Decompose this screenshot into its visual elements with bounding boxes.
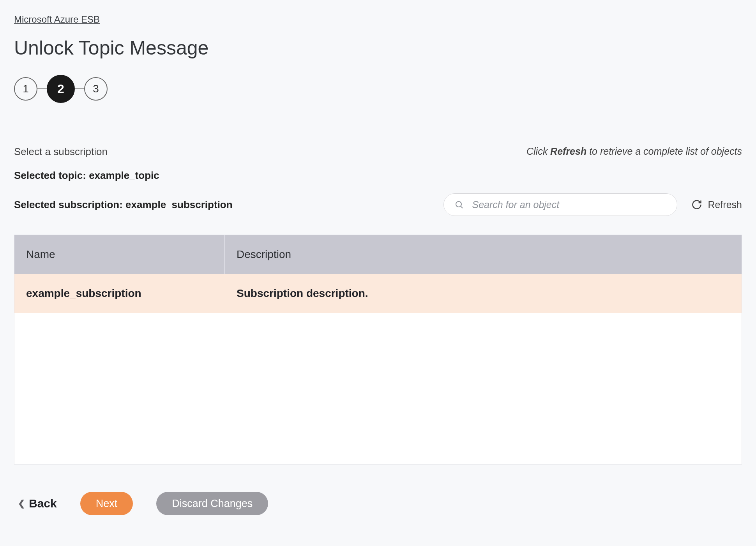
step-connector bbox=[37, 88, 47, 89]
search-refresh-group: Refresh bbox=[443, 193, 742, 216]
stepper: 1 2 3 bbox=[14, 75, 742, 103]
page-container: Microsoft Azure ESB Unlock Topic Message… bbox=[0, 0, 756, 529]
back-button-label: Back bbox=[29, 497, 57, 510]
back-button[interactable]: ❮ Back bbox=[18, 497, 57, 510]
refresh-hint-prefix: Click bbox=[526, 146, 550, 157]
step-1[interactable]: 1 bbox=[14, 77, 37, 101]
info-row: Select a subscription Click Refresh to r… bbox=[14, 146, 742, 158]
svg-line-1 bbox=[461, 207, 463, 208]
subscription-table: Name Description example_subscription Su… bbox=[14, 235, 742, 465]
cell-name: example_subscription bbox=[14, 287, 225, 300]
column-header-name[interactable]: Name bbox=[14, 235, 225, 274]
refresh-hint-suffix: to retrieve a complete list of objects bbox=[586, 146, 742, 157]
breadcrumb-link[interactable]: Microsoft Azure ESB bbox=[14, 14, 100, 25]
refresh-hint: Click Refresh to retrieve a complete lis… bbox=[526, 146, 742, 157]
subscription-search-row: Selected subscription: example_subscript… bbox=[14, 193, 742, 216]
refresh-hint-bold: Refresh bbox=[550, 146, 586, 157]
step-3[interactable]: 3 bbox=[84, 77, 108, 101]
discard-changes-button[interactable]: Discard Changes bbox=[156, 492, 268, 515]
footer-buttons: ❮ Back Next Discard Changes bbox=[14, 492, 742, 515]
refresh-button-label: Refresh bbox=[708, 199, 742, 210]
select-subscription-label: Select a subscription bbox=[14, 146, 108, 158]
next-button[interactable]: Next bbox=[80, 492, 133, 515]
table-row[interactable]: example_subscription Subscription descri… bbox=[14, 274, 742, 313]
chevron-left-icon: ❮ bbox=[18, 498, 25, 509]
search-box bbox=[443, 193, 677, 216]
step-2[interactable]: 2 bbox=[47, 75, 75, 103]
selected-topic-label: Selected topic: bbox=[14, 170, 89, 181]
column-header-description[interactable]: Description bbox=[225, 248, 742, 261]
search-input[interactable] bbox=[443, 193, 677, 216]
selected-subscription-value: example_subscription bbox=[125, 199, 233, 210]
selected-subscription: Selected subscription: example_subscript… bbox=[14, 199, 233, 211]
selected-subscription-label: Selected subscription: bbox=[14, 199, 125, 210]
refresh-icon bbox=[691, 199, 702, 210]
svg-point-0 bbox=[456, 201, 461, 207]
cell-description: Subscription description. bbox=[225, 287, 742, 300]
search-icon bbox=[454, 200, 464, 209]
step-connector bbox=[75, 88, 84, 89]
selected-topic: Selected topic: example_topic bbox=[14, 170, 742, 182]
page-title: Unlock Topic Message bbox=[14, 37, 742, 59]
refresh-button[interactable]: Refresh bbox=[691, 199, 742, 210]
table-header: Name Description bbox=[14, 235, 742, 274]
selected-topic-value: example_topic bbox=[89, 170, 159, 181]
